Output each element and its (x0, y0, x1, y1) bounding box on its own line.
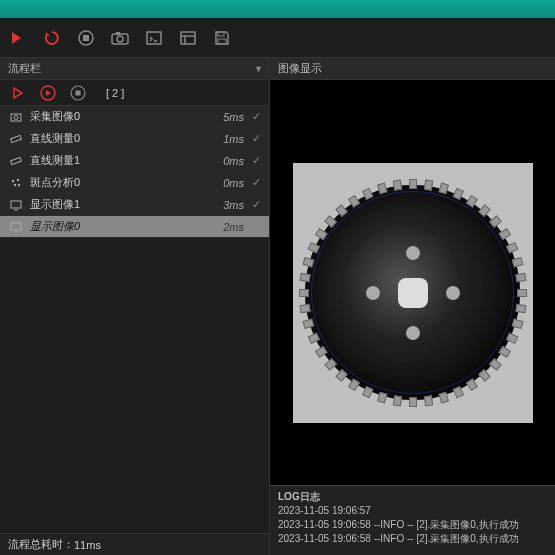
log-line: 2023-11-05 19:06:58 --INFO -- [2].采集图像0,… (278, 518, 547, 532)
svg-rect-16 (11, 135, 22, 142)
svg-rect-4 (116, 32, 120, 35)
log-line: 2023-11-05 19:06:57 (278, 504, 547, 518)
forward-icon[interactable] (8, 28, 28, 48)
step-row-4[interactable]: 显示图像13ms✓ (0, 194, 269, 216)
svg-point-21 (18, 183, 20, 185)
log-panel: LOG日志 2023-11-05 19:06:572023-11-05 19:0… (270, 485, 555, 555)
image-viewport[interactable] (270, 80, 555, 485)
terminal-icon[interactable] (144, 28, 164, 48)
play-filled-icon[interactable] (40, 85, 56, 101)
svg-point-19 (17, 178, 19, 180)
step-time: 0ms (223, 177, 244, 189)
step-time: 2ms (223, 221, 244, 233)
svg-point-18 (12, 179, 14, 181)
image-panel-title: 图像显示 (278, 61, 322, 76)
step-row-2[interactable]: 直线测量10ms✓ (0, 150, 269, 172)
check-icon: ✓ (252, 132, 261, 145)
svg-rect-1 (83, 35, 89, 41)
step-name: 显示图像0 (30, 219, 223, 234)
run-counter: [ 2 ] (106, 87, 124, 99)
total-time-label: 流程总耗时： (8, 537, 74, 552)
svg-point-3 (117, 36, 123, 42)
svg-rect-22 (11, 201, 21, 208)
svg-rect-24 (11, 223, 21, 230)
stop-small-icon[interactable] (70, 85, 86, 101)
dropdown-icon[interactable]: ▼ (254, 64, 263, 74)
step-icon (8, 153, 24, 169)
step-icon (8, 175, 24, 191)
step-row-0[interactable]: 采集图像05ms✓ (0, 106, 269, 128)
svg-point-20 (14, 183, 16, 185)
camera-icon[interactable] (110, 28, 130, 48)
main-toolbar (0, 18, 555, 58)
process-footer: 流程总耗时： 11ms (0, 533, 269, 555)
log-line: 2023-11-05 19:06:58 --INFO -- [2].采集图像0,… (278, 532, 547, 546)
step-name: 显示图像1 (30, 197, 223, 212)
step-row-5[interactable]: 显示图像02ms✓ (0, 216, 269, 238)
process-controls: [ 2 ] (0, 80, 269, 106)
play-icon[interactable] (10, 85, 26, 101)
step-name: 斑点分析0 (30, 175, 223, 190)
process-panel-title: 流程栏 (8, 61, 41, 76)
step-time: 3ms (223, 199, 244, 211)
step-name: 直线测量0 (30, 131, 223, 146)
step-icon (8, 219, 24, 235)
check-icon: ✓ (252, 110, 261, 123)
svg-rect-13 (76, 90, 81, 95)
svg-rect-6 (181, 32, 195, 44)
title-bar (0, 0, 555, 18)
check-icon: ✓ (252, 198, 261, 211)
process-panel: 流程栏 ▼ [ 2 ] 采集图像05ms✓直线测量01ms✓直线测量10ms✓斑… (0, 58, 270, 555)
svg-point-15 (14, 115, 18, 119)
step-time: 5ms (223, 111, 244, 123)
log-header: LOG日志 (278, 490, 547, 504)
step-row-3[interactable]: 斑点分析00ms✓ (0, 172, 269, 194)
step-list: 采集图像05ms✓直线测量01ms✓直线测量10ms✓斑点分析00ms✓显示图像… (0, 106, 269, 320)
step-name: 直线测量1 (30, 153, 223, 168)
step-time: 1ms (223, 133, 244, 145)
step-icon (8, 109, 24, 125)
step-time: 0ms (223, 155, 244, 167)
image-panel-header: 图像显示 (270, 58, 555, 80)
check-icon: ✓ (252, 220, 261, 233)
refresh-icon[interactable] (42, 28, 62, 48)
step-icon (8, 197, 24, 213)
check-icon: ✓ (252, 154, 261, 167)
step-row-1[interactable]: 直线测量01ms✓ (0, 128, 269, 150)
process-panel-header: 流程栏 ▼ (0, 58, 269, 80)
svg-rect-5 (147, 32, 161, 44)
save-icon[interactable] (212, 28, 232, 48)
step-icon (8, 131, 24, 147)
layout-icon[interactable] (178, 28, 198, 48)
check-icon: ✓ (252, 176, 261, 189)
image-panel: 图像显示 LOG日志 2023-11-05 19:06:572023-11-05… (270, 58, 555, 555)
total-time-value: 11ms (74, 539, 101, 551)
inspected-image (293, 163, 533, 423)
stop-icon[interactable] (76, 28, 96, 48)
svg-rect-17 (11, 157, 22, 164)
step-name: 采集图像0 (30, 109, 223, 124)
